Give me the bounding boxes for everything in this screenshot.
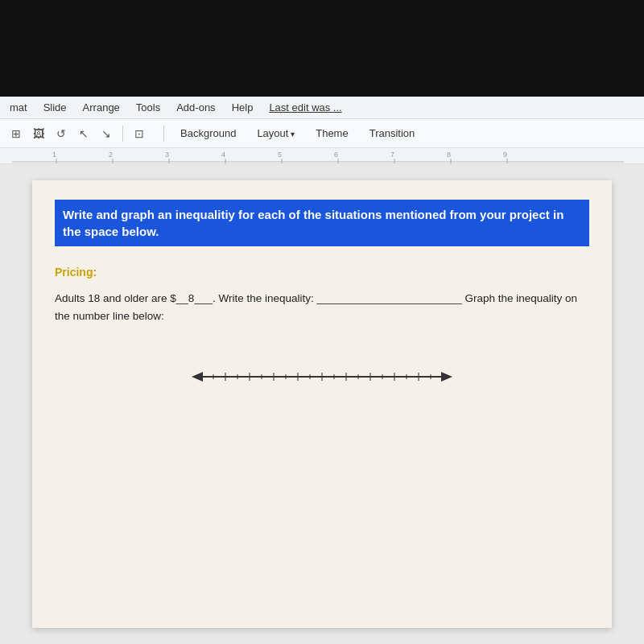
svg-text:8: 8	[447, 151, 451, 159]
ruler-svg: 1 2 3 4 5 6 7 8 9	[12, 148, 624, 163]
toolbar-divider-2	[163, 126, 164, 142]
table-icon[interactable]: ⊞	[6, 124, 26, 143]
svg-text:4: 4	[221, 151, 225, 159]
cursor-icon[interactable]: ↖	[74, 124, 93, 143]
svg-text:5: 5	[278, 151, 282, 159]
menu-item-arrange[interactable]: Arrange	[80, 100, 123, 115]
frame-icon[interactable]: ⊡	[130, 124, 149, 143]
number-line-svg	[185, 365, 459, 389]
svg-text:2: 2	[109, 151, 113, 159]
svg-text:9: 9	[503, 151, 507, 159]
menu-item-addons[interactable]: Add-ons	[173, 100, 218, 115]
background-button[interactable]: Background	[172, 125, 244, 142]
image-icon[interactable]: 🖼	[29, 124, 48, 143]
undo-icon[interactable]: ↺	[52, 124, 71, 143]
menu-item-slide[interactable]: Slide	[40, 100, 70, 115]
pricing-label: Pricing:	[55, 266, 589, 279]
menu-item-tools[interactable]: Tools	[133, 100, 163, 115]
menu-item-mat[interactable]: mat	[6, 100, 31, 115]
toolbar: ⊞ 🖼 ↺ ↖ ↘ ⊡ Background Layout Theme Tran…	[0, 119, 644, 148]
transition-button[interactable]: Transition	[361, 125, 423, 142]
menu-bar: mat Slide Arrange Tools Add-ons Help Las…	[0, 97, 644, 119]
ruler: 1 2 3 4 5 6 7 8 9	[0, 148, 644, 164]
svg-marker-20	[192, 372, 203, 382]
slide-content: Write and graph an inequalitiy for each …	[32, 180, 612, 628]
svg-text:6: 6	[334, 151, 338, 159]
top-black-bar	[0, 0, 644, 97]
toolbar-divider-1	[122, 126, 123, 142]
svg-text:3: 3	[165, 151, 169, 159]
toolbar-icon-group: ⊞ 🖼 ↺ ↖ ↘ ⊡	[6, 124, 149, 143]
menu-item-help[interactable]: Help	[229, 100, 257, 115]
number-line-wrapper	[185, 365, 459, 389]
number-line-container	[55, 349, 589, 405]
svg-marker-21	[441, 372, 452, 382]
adults-text: Adults 18 and older are $__8___. Write t…	[55, 290, 589, 324]
arrow-icon[interactable]: ↘	[97, 124, 116, 143]
svg-text:7: 7	[390, 151, 394, 159]
last-edit-label[interactable]: Last edit was ...	[266, 100, 345, 115]
slide-title: Write and graph an inequalitiy for each …	[55, 200, 589, 246]
svg-text:1: 1	[52, 151, 56, 159]
slide-area: Write and graph an inequalitiy for each …	[0, 164, 644, 644]
layout-button[interactable]: Layout	[249, 125, 303, 142]
theme-button[interactable]: Theme	[308, 125, 356, 142]
